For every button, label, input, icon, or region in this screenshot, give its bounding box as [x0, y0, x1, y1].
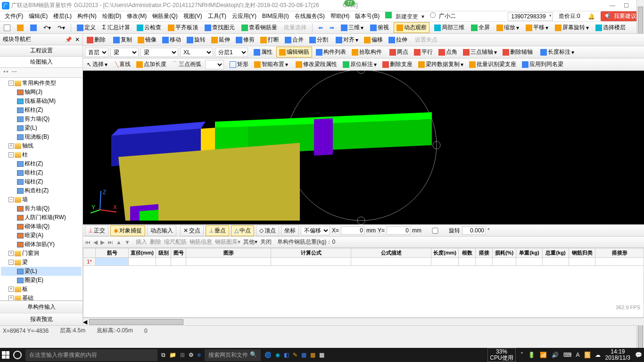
- offset-mode-select[interactable]: 不偏移: [301, 226, 330, 235]
- cortana-icon[interactable]: [13, 351, 22, 359]
- aux-axis-button[interactable]: 三点辅轴▾: [461, 47, 499, 57]
- flat-button[interactable]: 平齐板顶: [166, 23, 200, 33]
- del-aux-button[interactable]: 删除辅轴: [501, 47, 535, 57]
- two-point-button[interactable]: 两点: [388, 47, 410, 57]
- app-icon-9[interactable]: ▦: [301, 352, 306, 358]
- dyn-input-toggle[interactable]: 动态输入: [147, 225, 176, 236]
- volume-icon[interactable]: 🔊: [552, 352, 559, 358]
- prev-arrow-icon[interactable]: ⬅: [316, 24, 325, 32]
- menu-edit[interactable]: 编辑(E): [27, 11, 50, 21]
- tree-col4[interactable]: 构造柱(Z): [1, 186, 82, 195]
- select-floor-button[interactable]: 选择楼层: [594, 23, 627, 33]
- sum-button[interactable]: Σ 汇总计算: [100, 23, 132, 33]
- app-icon-5[interactable]: 🌀: [264, 352, 272, 358]
- split-button[interactable]: 分割: [307, 35, 330, 45]
- grip-button[interactable]: 设置夹点: [413, 35, 439, 45]
- tree-plate[interactable]: +板: [1, 285, 82, 294]
- user-menu[interactable]: 广小二: [428, 11, 460, 21]
- menu-bim[interactable]: BIM应用(I): [260, 11, 291, 21]
- perp-toggle[interactable]: ⊥垂点: [206, 225, 229, 236]
- floor-select[interactable]: 首层: [85, 48, 108, 57]
- component-tree[interactable]: −常用构件类型 轴网(J) 筏板基础(M) 框柱(Z) 剪力墙(Q) 梁(L) …: [0, 78, 83, 300]
- onedrive-icon[interactable]: ☁: [595, 352, 601, 358]
- windows-taskbar[interactable]: 在这里输入你要搜索的内容 ⧉ 📁 ⊞ ⚙ e 搜索网页和文件🔍 🌀 ◉ ◧ ✎ …: [0, 348, 644, 362]
- rotate-input[interactable]: [462, 226, 486, 235]
- new-change-button[interactable]: 新建变更 ▾: [383, 11, 426, 22]
- app-icon-2[interactable]: ⊞: [180, 352, 185, 358]
- menu-online[interactable]: 在线服务(S): [293, 11, 327, 21]
- ime-a-icon[interactable]: A: [576, 352, 580, 358]
- align-button[interactable]: 对齐▾: [334, 35, 360, 45]
- coord-toggle[interactable]: 坐标: [281, 225, 299, 236]
- rebar-grid[interactable]: 筋号 直径(mm) 级别 图号 图形 计算公式 公式描述 长度(mm) 根数 搭…: [83, 248, 644, 318]
- batch-select-button[interactable]: 批量选择: [282, 23, 308, 33]
- app-icon-6[interactable]: ◉: [275, 352, 280, 358]
- line-button[interactable]: ╲ 直线: [113, 59, 132, 69]
- batch-support-button[interactable]: 批量识别梁支座: [467, 59, 518, 69]
- menu-draw[interactable]: 绘图(D): [100, 11, 124, 21]
- component-list-button[interactable]: 构件列表: [314, 47, 348, 57]
- menu-component[interactable]: 构件(N): [75, 11, 99, 21]
- break-button[interactable]: 打断: [258, 35, 281, 45]
- notification-badge[interactable]: 77: [344, 0, 355, 6]
- zoom-button[interactable]: 缩放▾: [495, 23, 521, 33]
- vertex-toggle[interactable]: ◇ 顶点: [256, 225, 279, 236]
- ortho-toggle[interactable]: ⊥正交: [85, 225, 108, 236]
- app-icon-10[interactable]: ▦: [310, 352, 315, 358]
- tree-w4[interactable]: 暗梁(A): [1, 231, 82, 240]
- open-icon[interactable]: [15, 24, 25, 32]
- menu-modify[interactable]: 修改(M): [125, 11, 149, 21]
- app-icon-3[interactable]: ⚙: [189, 352, 194, 358]
- collapse-all-icon[interactable]: ⁻⁻: [11, 69, 17, 76]
- tree-found[interactable]: +基础: [1, 294, 82, 300]
- attr-button[interactable]: 属性: [252, 47, 274, 57]
- draw-mode-select[interactable]: [205, 60, 224, 69]
- y-input[interactable]: [387, 226, 410, 235]
- close-panel-button[interactable]: 关闭: [260, 238, 272, 246]
- app-icon-8[interactable]: ✎: [293, 352, 297, 358]
- new-icon[interactable]: [2, 24, 12, 32]
- next-arrow-icon[interactable]: ➡: [328, 24, 336, 32]
- tree-w2[interactable]: 人防门框墙(RW): [1, 213, 82, 222]
- tree-b2[interactable]: 圈梁(E): [1, 276, 82, 285]
- stretch-button[interactable]: 拉伸: [387, 35, 409, 45]
- grid-row[interactable]: 1*: [83, 258, 644, 266]
- find-button[interactable]: 查找图元: [203, 23, 237, 33]
- rect-button[interactable]: 矩形: [228, 59, 250, 69]
- tree-opening[interactable]: +门窗洞: [1, 249, 82, 258]
- apply-same-button[interactable]: 应用到同名梁: [520, 59, 565, 69]
- undo-icon[interactable]: ↶▾: [41, 24, 53, 32]
- rebar-info-button[interactable]: 钢筋信息: [190, 238, 212, 246]
- smart-layout-button[interactable]: 智能布置▾: [252, 59, 290, 69]
- edit-rebar-button[interactable]: 编辑钢筋: [276, 47, 312, 58]
- cpu-meter[interactable]: 33%CPU使用: [487, 348, 515, 362]
- bell-icon[interactable]: 🔔: [586, 12, 597, 21]
- tree-w5[interactable]: 砌体加筋(Y): [1, 240, 82, 249]
- start-button[interactable]: [2, 351, 9, 359]
- type-select[interactable]: 梁: [140, 48, 178, 57]
- extend-button[interactable]: 延伸: [209, 35, 232, 45]
- tree-beam-cat[interactable]: −梁: [1, 258, 82, 267]
- wifi-icon[interactable]: 📶: [540, 352, 547, 358]
- tab-single-input[interactable]: 单构件输入: [0, 301, 83, 313]
- tree-raft[interactable]: 筏板基础(M): [1, 97, 82, 106]
- rebar-view-button[interactable]: 查看钢筋量: [239, 23, 279, 33]
- x-input[interactable]: [341, 226, 364, 235]
- fullscreen-button[interactable]: 全屏: [469, 23, 492, 33]
- menu-file[interactable]: 文件(F): [3, 11, 25, 21]
- redo-icon[interactable]: ↷▾: [56, 24, 67, 32]
- cloud-check-button[interactable]: 云检查: [135, 23, 163, 33]
- copy-span-button[interactable]: 梁跨数据复制▾: [416, 59, 465, 69]
- scale-rebar-button[interactable]: 缩尺配筋: [164, 238, 187, 246]
- mid-toggle[interactable]: △中点: [231, 225, 254, 236]
- menu-help[interactable]: 帮助(H): [329, 11, 352, 21]
- mirror-button[interactable]: 镜像: [136, 35, 158, 45]
- app-icon-1[interactable]: 📁: [169, 352, 176, 358]
- menu-view[interactable]: 视图(V): [182, 11, 204, 21]
- search-box[interactable]: 在这里输入你要搜索的内容: [25, 349, 157, 361]
- offset-button[interactable]: 偏移: [362, 35, 385, 45]
- top-view-button[interactable]: 俯视: [368, 23, 391, 33]
- size-select[interactable]: XL: [180, 48, 213, 57]
- tree-col3[interactable]: 端柱(Z): [1, 177, 82, 186]
- tree-col2[interactable]: 暗柱(Z): [1, 168, 82, 177]
